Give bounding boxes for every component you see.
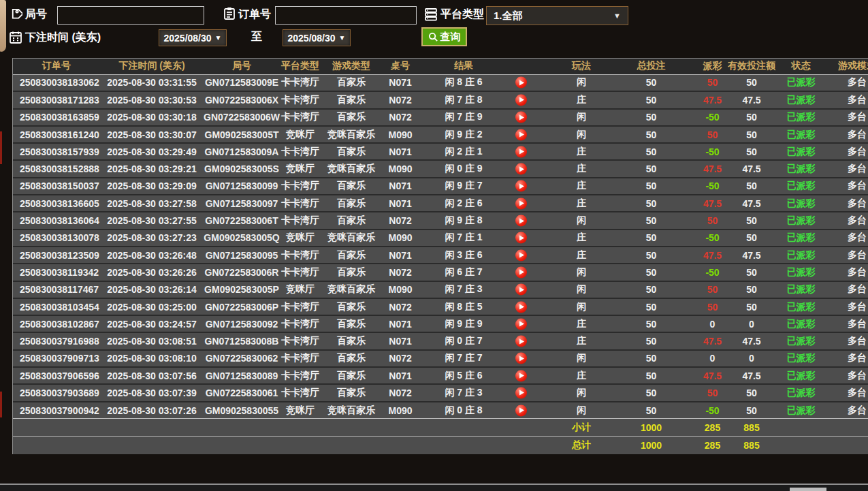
- play-replay-icon[interactable]: [515, 266, 527, 278]
- cell-payout: -50: [697, 109, 728, 126]
- cell-bet-time: 2025-08-30 03:08:51: [100, 332, 204, 349]
- cell-play-type: 庄: [558, 332, 605, 349]
- cell-payout: 0: [697, 315, 728, 332]
- cell-order-id: 250830037906596: [13, 367, 100, 384]
- cell-mode: 多台: [826, 247, 868, 264]
- cell-mode: 多台: [826, 212, 868, 229]
- column-header-valid-bet: 有效投注额: [728, 59, 775, 74]
- scrollbar-thumb[interactable]: [790, 488, 826, 491]
- cell-game-no: GM0902583005T: [204, 126, 280, 143]
- cell-game-type: 百家乐: [321, 212, 382, 229]
- game-no-input[interactable]: [57, 6, 204, 25]
- cell-play-type: 庄: [558, 229, 605, 247]
- result-score: 闲 5 庄 6: [419, 368, 509, 383]
- cell-bet-time: 2025-08-30 03:24:57: [100, 315, 204, 332]
- play-replay-icon[interactable]: [515, 318, 527, 330]
- date-from-value: 2025/08/30: [164, 33, 212, 44]
- table-row: 2508300381612402025-08-30 03:30:07GM0902…: [13, 126, 868, 143]
- play-replay-icon[interactable]: [515, 112, 527, 123]
- cell-payout: 50: [697, 212, 728, 229]
- column-header-table-no: 桌号: [382, 59, 419, 74]
- play-replay-icon[interactable]: [515, 249, 527, 261]
- cell-platform: 卡卡湾厅: [280, 74, 321, 91]
- cell-payout: 50: [697, 384, 728, 401]
- cell-total-bet: 50: [605, 178, 697, 195]
- cell-order-id: 250830038157939: [13, 143, 100, 160]
- filter-bar: 局号 订单号 平台类型 1.全部 ▼ 下注时间 (美东) 2025/08/30 …: [0, 0, 868, 58]
- play-replay-icon[interactable]: [515, 232, 527, 244]
- play-replay-icon[interactable]: [515, 215, 527, 227]
- cell-status: 已派彩: [775, 195, 826, 212]
- cell-order-id: 250830038136064: [13, 212, 100, 229]
- cell-play-type: 闲: [558, 281, 605, 298]
- cell-mode: 多台: [826, 402, 868, 419]
- cell-total-bet: 50: [605, 367, 697, 384]
- cell-total-bet: 50: [605, 91, 697, 108]
- cell-result: 闲 2 庄 6: [419, 195, 558, 212]
- play-replay-icon[interactable]: [515, 336, 527, 347]
- play-replay-icon[interactable]: [515, 163, 527, 175]
- cell-platform: 卡卡湾厅: [280, 315, 321, 332]
- cell-mode: 多台: [826, 143, 868, 160]
- cell-play-type: 闲: [558, 264, 605, 281]
- background-red-decor: [0, 392, 2, 417]
- order-no-input[interactable]: [275, 6, 417, 25]
- table-row: 2508300381500372025-08-30 03:29:09GN0712…: [13, 178, 868, 195]
- cell-bet-time: 2025-08-30 03:31:55: [100, 74, 204, 91]
- date-from-picker[interactable]: 2025/08/30 ▼: [159, 29, 227, 46]
- cell-total-bet: 50: [605, 195, 697, 212]
- play-replay-icon[interactable]: [515, 146, 527, 157]
- play-replay-icon[interactable]: [515, 301, 527, 313]
- cell-status: 已派彩: [775, 298, 826, 315]
- grand-total-row: 总计1000285885: [13, 437, 868, 454]
- search-button[interactable]: 查询: [421, 27, 467, 46]
- cell-play-type: 庄: [558, 143, 605, 160]
- cell-table-no: N071: [382, 315, 419, 332]
- cell-platform: 竞咪厅: [280, 229, 321, 247]
- play-replay-icon[interactable]: [515, 197, 527, 209]
- cell-valid-bet: 50: [728, 109, 775, 126]
- cell-valid-bet: 47.5: [728, 91, 775, 108]
- result-score: 闲 7 庄 3: [419, 385, 509, 400]
- date-to-separator: 至: [251, 30, 262, 44]
- cell-result: 闲 8 庄 5: [419, 298, 558, 315]
- grand-total-row-label: 总计: [558, 437, 605, 454]
- cell-bet-time: 2025-08-30 03:08:10: [100, 350, 204, 367]
- cell-valid-bet: 50: [728, 298, 775, 315]
- play-replay-icon[interactable]: [515, 387, 527, 398]
- play-replay-icon[interactable]: [515, 129, 527, 140]
- cell-payout: 50: [697, 281, 728, 298]
- cell-result: 闲 7 庄 3: [419, 281, 558, 298]
- cell-bet-time: 2025-08-30 03:07:26: [100, 402, 204, 419]
- play-replay-icon[interactable]: [515, 370, 527, 381]
- play-replay-icon[interactable]: [515, 405, 527, 416]
- grand-total-row-payout: 285: [697, 437, 728, 454]
- cell-result: 闲 0 庄 7: [419, 332, 558, 349]
- cell-mode: 多台: [826, 160, 868, 177]
- date-to-picker[interactable]: 2025/08/30 ▼: [283, 29, 351, 46]
- result-score: 闲 8 庄 5: [419, 299, 509, 315]
- cell-play-type: 闲: [558, 350, 605, 367]
- play-replay-icon[interactable]: [515, 284, 527, 296]
- cell-payout: 47.5: [697, 332, 728, 349]
- cell-mode: 多台: [826, 298, 868, 315]
- play-replay-icon[interactable]: [515, 180, 527, 192]
- cell-game-no: GN07125830099: [204, 178, 280, 195]
- cell-bet-time: 2025-08-30 03:27:55: [100, 212, 204, 229]
- play-replay-icon[interactable]: [515, 94, 527, 106]
- cell-status: 已派彩: [775, 332, 826, 349]
- clipboard-icon: [223, 7, 236, 20]
- play-replay-icon[interactable]: [515, 353, 527, 364]
- cell-play-type: 闲: [558, 298, 605, 315]
- platform-type-select[interactable]: 1.全部 ▼: [486, 6, 628, 25]
- column-header-order-id: 订单号: [13, 59, 100, 74]
- cell-order-id: 250830038161240: [13, 126, 100, 143]
- cell-game-no: GN0722583006R: [204, 264, 280, 281]
- play-replay-icon[interactable]: [515, 77, 527, 89]
- cell-game-no: GN0722583006X: [204, 91, 280, 108]
- cell-game-type: 百家乐: [321, 298, 382, 315]
- cell-mode: 多台: [826, 126, 868, 143]
- cell-game-no: GN07125830092: [204, 315, 280, 332]
- cell-table-no: N072: [382, 109, 419, 126]
- column-header-play-type: 玩法: [558, 59, 605, 74]
